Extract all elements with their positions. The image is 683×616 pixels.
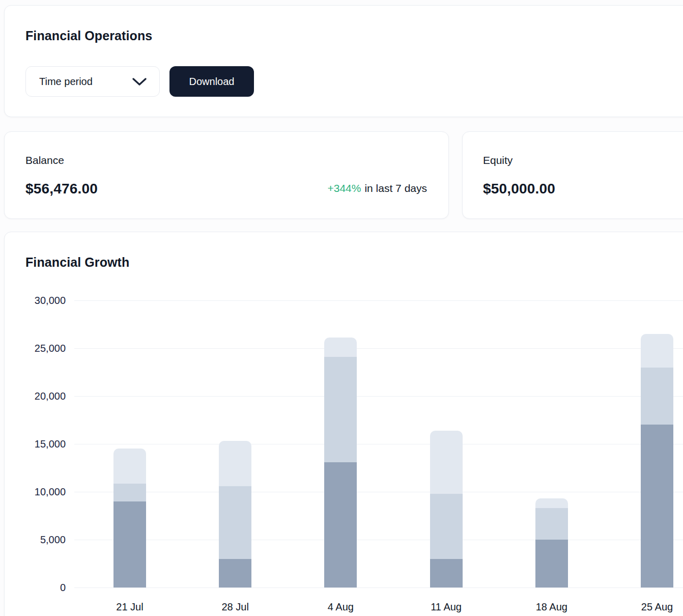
gridline [74,444,683,444]
equity-value: $50,000.00 [483,179,555,199]
balance-value: $56,476.00 [25,179,98,199]
gridline [74,587,683,588]
gridline [74,492,683,492]
bar-segment-top [113,449,146,484]
bar-segment-middle [324,357,357,462]
x-axis-tick-label: 21 Jul [94,600,165,614]
y-axis-tick-label: 20,000 [5,389,66,403]
operations-controls: Time period Download [25,66,254,97]
gridline [74,300,683,301]
balance-delta-suffix: in last 7 days [364,182,427,194]
time-period-dropdown[interactable]: Time period [25,66,160,97]
gridline [74,348,683,349]
x-axis-tick-label: 11 Aug [411,600,482,614]
balance-delta-percent: +344% [327,182,361,194]
y-axis-tick-label: 5,000 [5,533,66,547]
x-axis-tick-label: 4 Aug [305,600,376,614]
financial-growth-card: Financial Growth 05,00010,00015,00020,00… [4,232,683,616]
balance-card: Balance $56,476.00 +344%in last 7 days [4,131,449,219]
y-axis-tick-label: 0 [5,580,66,595]
bar-segment-bottom [113,501,146,587]
bar-segment-top [430,431,463,494]
bar-segment-middle [430,494,463,559]
bar-segment-bottom [535,540,568,587]
bar-segment-bottom [324,462,357,587]
bar-segment-bottom [641,425,673,587]
plot-area: 05,00010,00015,00020,00025,00030,00021 J… [5,232,683,616]
time-period-label: Time period [39,76,93,88]
bar-segment-bottom [430,559,463,587]
download-button[interactable]: Download [169,66,254,97]
dashboard-page: { "operations_card": { "title": "Financi… [0,0,683,616]
operations-card-title: Financial Operations [25,27,152,44]
bar-segment-middle [641,368,673,425]
bar-segment-top [535,498,568,508]
bar-segment-top [324,338,357,357]
bar-segment-middle [219,486,251,559]
gridline [74,396,683,397]
balance-label: Balance [25,153,64,167]
bar-segment-bottom [219,559,251,587]
chevron-down-icon [132,77,147,86]
bar-segment-middle [113,484,146,501]
financial-operations-card: Financial Operations Time period Downloa… [4,5,683,117]
y-axis-tick-label: 30,000 [5,293,66,307]
gridline [74,540,683,540]
balance-delta: +344%in last 7 days [327,181,427,196]
y-axis-tick-label: 25,000 [5,341,66,355]
x-axis-tick-label: 28 Jul [200,600,271,614]
x-axis-tick-label: 25 Aug [621,600,683,614]
x-axis-tick-label: 18 Aug [516,600,587,614]
bar-segment-top [219,441,251,486]
y-axis-tick-label: 15,000 [5,437,66,451]
equity-label: Equity [483,153,513,167]
bar-segment-top [641,334,673,368]
y-axis-tick-label: 10,000 [5,485,66,499]
equity-card: Equity $50,000.00 [462,131,683,219]
bar-segment-middle [535,508,568,540]
